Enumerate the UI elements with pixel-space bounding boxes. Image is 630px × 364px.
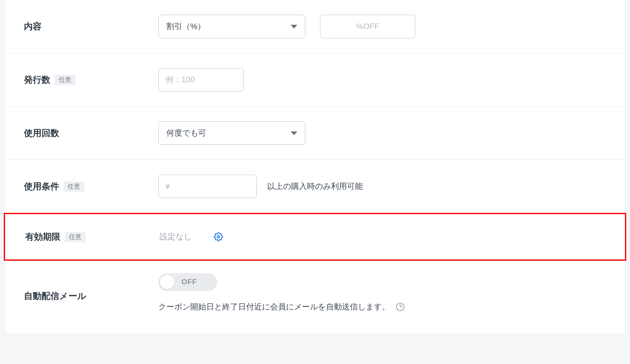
row-auto-mail: 自動配信メール OFF クーポン開始日と終了日付近に会員にメールを自動送信します… (5, 261, 625, 317)
badge-optional-issue: 任意 (55, 75, 76, 85)
gear-icon[interactable] (214, 232, 223, 241)
label-expiration: 有効期限 (25, 231, 60, 243)
select-usage-count[interactable]: 何度でも可 (158, 121, 305, 145)
label-issue-count: 発行数 (24, 74, 50, 86)
row-content: 内容 割引（%） (5, 0, 625, 53)
toggle-knob (160, 275, 174, 289)
input-col-automail: OFF クーポン開始日と終了日付近に会員にメールを自動送信します。 (158, 273, 405, 312)
row-usage-count: 使用回数 何度でも可 (5, 107, 625, 160)
coupon-settings-panel: 内容 割引（%） 発行数 任意 使用回数 何度でも可 (5, 0, 625, 333)
label-col-condition: 使用条件 任意 (24, 181, 158, 192)
label-usage-condition: 使用条件 (24, 181, 59, 192)
label-col-content: 内容 (24, 21, 158, 32)
help-icon[interactable] (396, 302, 405, 312)
badge-optional-condition: 任意 (63, 181, 84, 192)
chevron-down-icon (291, 25, 297, 29)
input-col-usage: 何度でも可 (158, 121, 305, 145)
input-col-issue (158, 68, 244, 92)
input-col-expiration: 設定なし (160, 231, 223, 242)
input-col-content: 割引（%） (158, 15, 415, 38)
svg-point-0 (217, 236, 220, 238)
label-col-automail: 自動配信メール (24, 273, 158, 302)
select-discount-type[interactable]: 割引（%） (158, 15, 305, 38)
label-col-issue: 発行数 任意 (24, 74, 158, 86)
toggle-auto-mail[interactable]: OFF (158, 273, 217, 291)
toggle-state-label: OFF (181, 278, 197, 286)
select-usage-value: 何度でも可 (166, 128, 286, 139)
input-col-condition: 以上の購入時のみ利用可能 (158, 175, 363, 198)
help-row: クーポン開始日と終了日付近に会員にメールを自動送信します。 (158, 301, 405, 312)
label-col-usage: 使用回数 (24, 127, 158, 139)
chevron-down-icon (291, 131, 297, 135)
input-issue-count[interactable] (158, 68, 244, 92)
text-condition-suffix: 以上の購入時のみ利用可能 (267, 181, 363, 192)
badge-optional-expiration: 任意 (65, 232, 86, 242)
label-content: 内容 (24, 21, 42, 32)
row-expiration: 有効期限 任意 設定なし (4, 213, 626, 261)
text-auto-mail-help: クーポン開始日と終了日付近に会員にメールを自動送信します。 (158, 301, 390, 312)
label-auto-mail: 自動配信メール (24, 290, 87, 302)
label-usage-count: 使用回数 (24, 127, 59, 139)
label-col-expiration: 有効期限 任意 (25, 231, 160, 243)
input-percent-off[interactable] (320, 15, 415, 38)
row-usage-condition: 使用条件 任意 以上の購入時のみ利用可能 (5, 160, 625, 213)
input-condition-amount[interactable] (158, 175, 257, 198)
select-discount-value: 割引（%） (166, 21, 286, 32)
row-issue-count: 発行数 任意 (5, 53, 625, 107)
text-expiration-value: 設定なし (160, 231, 192, 242)
